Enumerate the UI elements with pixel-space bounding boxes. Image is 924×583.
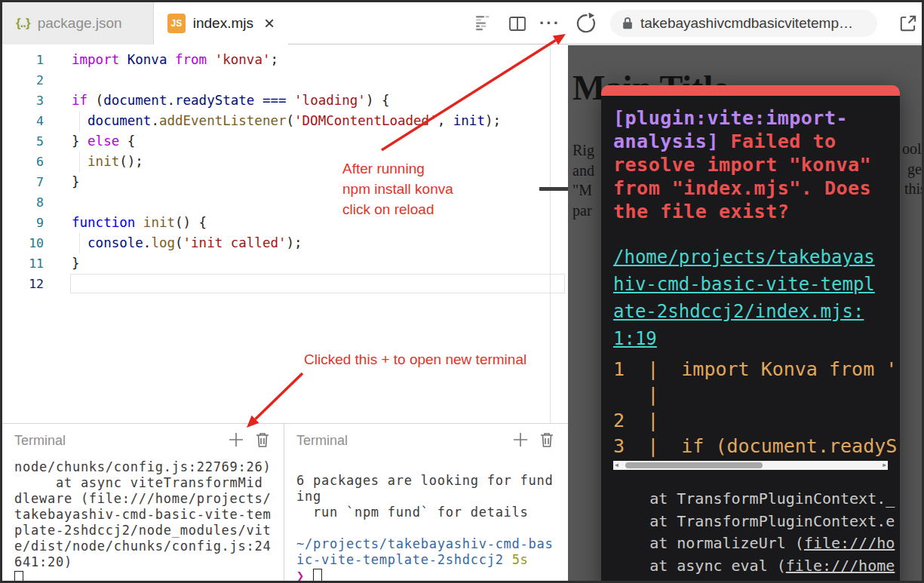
- code-editor[interactable]: 1import Konva from 'konva';23if (documen…: [2, 45, 568, 423]
- code-line[interactable]: 5} else {: [2, 131, 568, 152]
- line-number: 11: [2, 253, 44, 274]
- paragraph-fragment: Rig: [573, 140, 594, 161]
- error-overlay-red-bar: [601, 85, 900, 96]
- new-terminal-icon[interactable]: [228, 431, 244, 451]
- line-number: 12: [2, 274, 44, 294]
- trash-icon[interactable]: [255, 431, 270, 451]
- code-line[interactable]: 6 init();: [2, 152, 568, 172]
- code-line[interactable]: 4 document.addEventListener('DOMContentL…: [2, 111, 568, 131]
- terminal-title: Terminal: [14, 433, 66, 449]
- new-terminal-icon[interactable]: [512, 431, 529, 451]
- preview-paragraph-left-fragment: Rigand"Mpar: [573, 140, 594, 220]
- error-message-line: from "index.mjs". Does: [613, 176, 888, 200]
- code-frame-scrollbar[interactable]: ◀ ▶: [613, 461, 888, 470]
- line-number: 6: [2, 152, 44, 172]
- web-ide-window: {..} package.json JS index.mjs ×: [0, 0, 924, 583]
- file-link-line[interactable]: /home/projects/takebayas: [613, 244, 888, 271]
- code-line[interactable]: 7}: [2, 172, 568, 192]
- error-message: [plugin:vite:import-analysis] Failed tor…: [613, 106, 888, 223]
- braces-icon: {..}: [16, 16, 30, 31]
- scroll-right-arrow[interactable]: ▶: [883, 462, 886, 468]
- code-frame-line: |: [613, 382, 888, 408]
- code-text: init();: [72, 152, 143, 172]
- terminal-line: node/chunks/config.js:22769:26): [14, 459, 284, 475]
- paragraph-fragment: this: [902, 179, 924, 199]
- stack-file-link[interactable]: file:///ho: [804, 534, 895, 552]
- browser-preview-dimmed: Main Title Rigand"Mpar oolsgethis [plugi…: [568, 45, 924, 583]
- code-line[interactable]: 1import Konva from 'konva';: [2, 50, 568, 70]
- panel-resize-handle[interactable]: [539, 187, 568, 191]
- code-line[interactable]: 2: [2, 70, 568, 91]
- code-line[interactable]: 12: [2, 274, 568, 294]
- code-line[interactable]: 3if (document.readyState === 'loading') …: [2, 91, 568, 111]
- terminal-line: ❯: [296, 568, 568, 583]
- line-number: 8: [2, 192, 44, 213]
- tab-package-json[interactable]: {..} package.json: [2, 2, 154, 44]
- code-text: if (document.readyState === 'loading') {: [72, 91, 390, 111]
- stack-trace-line: at TransformPluginContext._: [613, 488, 888, 511]
- open-external-icon[interactable]: [894, 2, 922, 44]
- code-frame-line: 1 | import Konva from ': [613, 357, 888, 382]
- stack-file-link[interactable]: file:///home: [786, 557, 895, 575]
- terminal-line: run `npm fund` for details: [296, 505, 568, 520]
- code-text: function init() {: [72, 213, 207, 233]
- terminal-title: Terminal: [296, 433, 348, 449]
- line-number: 7: [2, 172, 44, 192]
- line-number: 5: [2, 131, 44, 152]
- terminal-header: Terminal: [2, 424, 284, 456]
- url-bar[interactable]: takebayashivcmdbasicvitetemp…: [610, 10, 877, 37]
- error-message-line: the file exist?: [613, 200, 888, 223]
- terminal-cursor: [313, 569, 322, 583]
- terminal-line: [296, 520, 568, 536]
- terminal-line: [296, 457, 568, 473]
- line-number: 3: [2, 91, 44, 111]
- code-text: } else {: [72, 131, 135, 152]
- terminal-line: dleware (file:///home/projects/: [14, 491, 284, 507]
- error-code-frame: 1 | import Konva from ' |2 |3 | if (docu…: [613, 357, 888, 459]
- terminal-cursor: [14, 571, 23, 583]
- line-number: 4: [2, 111, 44, 131]
- code-text: console.log('init called');: [72, 233, 302, 253]
- error-file-link[interactable]: /home/projects/takebayashiv-cmd-basic-vi…: [613, 244, 888, 352]
- terminal-line: 6 packages are looking for fund: [296, 473, 568, 489]
- terminal-panel-1[interactable]: Terminal node/chunks/config.js:22769:26)…: [2, 423, 284, 583]
- scroll-left-arrow[interactable]: ◀: [615, 462, 619, 468]
- scrollbar-thumb[interactable]: [625, 462, 763, 468]
- terminal-line: ing: [296, 489, 568, 505]
- terminal-header: Terminal: [284, 424, 568, 456]
- terminal-line: at async viteTransformMid: [14, 475, 284, 491]
- file-link-line[interactable]: ate-2shdccj2/index.mjs:: [613, 298, 888, 325]
- indent-guide: [79, 152, 80, 172]
- split-editor-icon[interactable]: [505, 2, 530, 44]
- line-number: 9: [2, 213, 44, 233]
- code-line[interactable]: 11}: [2, 253, 568, 274]
- terminal-line: takebayashiv-cmd-basic-vite-tem: [14, 507, 284, 523]
- terminal-output: node/chunks/config.js:22769:26) at async…: [14, 459, 284, 583]
- panel-divider: [550, 45, 551, 423]
- code-frame-line: 2 |: [613, 408, 888, 434]
- paragraph-fragment: ge: [902, 159, 924, 180]
- error-overlay-body: [plugin:vite:import-analysis] Failed tor…: [601, 96, 900, 583]
- trash-icon[interactable]: [539, 431, 554, 451]
- terminal-line: ic-vite-template-2shdccj2 5s: [296, 552, 568, 568]
- tab-index-mjs[interactable]: JS index.mjs ×: [154, 2, 288, 44]
- stack-trace-line: at async eval (file:///home: [613, 555, 888, 578]
- close-icon[interactable]: ×: [264, 14, 275, 32]
- header-bar: {..} package.json JS index.mjs ×: [2, 2, 922, 44]
- lock-icon: [621, 16, 634, 31]
- code-line[interactable]: 9function init() {: [2, 213, 568, 233]
- format-prettier-icon[interactable]: [470, 2, 496, 44]
- js-icon: JS: [167, 14, 186, 33]
- code-line[interactable]: 10 console.log('init called');: [2, 233, 568, 253]
- line-number: 1: [2, 50, 44, 70]
- more-options-icon[interactable]: ···: [535, 2, 565, 44]
- file-link-line[interactable]: hiv-cmd-basic-vite-templ: [613, 271, 888, 298]
- preview-paragraph-right-fragment: oolsgethis: [902, 139, 924, 199]
- code-frame-line: 3 | if (document.readyS: [613, 434, 888, 459]
- terminal-panel-2[interactable]: Terminal 6 packages are looking for fund…: [284, 423, 568, 583]
- reload-icon[interactable]: [569, 2, 601, 44]
- file-link-line[interactable]: 1:19: [613, 325, 888, 352]
- code-line[interactable]: 8: [2, 192, 568, 213]
- terminal-line: ~/projects/takebayashiv-cmd-bas: [296, 536, 568, 552]
- code-text: import Konva from 'konva';: [72, 50, 278, 70]
